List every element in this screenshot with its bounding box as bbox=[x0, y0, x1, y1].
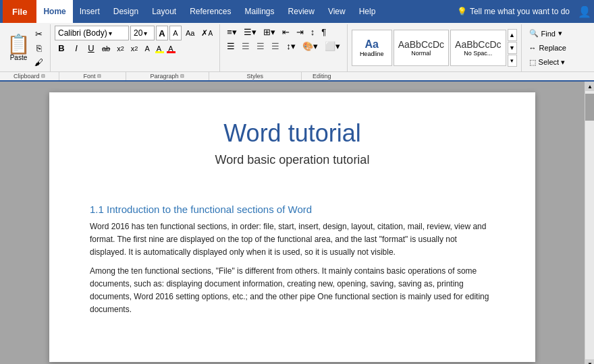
format-painter-button[interactable]: 🖌 bbox=[32, 56, 46, 69]
strikethrough-button[interactable]: ab bbox=[99, 43, 113, 54]
text-effects-button[interactable]: A bbox=[142, 43, 152, 54]
view-menu-item[interactable]: View bbox=[321, 0, 352, 23]
paste-button[interactable]: 📋 Paste bbox=[7, 35, 30, 61]
insert-menu-item[interactable]: Insert bbox=[73, 0, 107, 23]
bullets-button[interactable]: ≡▾ bbox=[224, 26, 240, 38]
clipboard-expand-icon: ⊟ bbox=[41, 73, 45, 79]
scroll-track[interactable] bbox=[585, 91, 594, 359]
select-button[interactable]: ⬚ Select ▾ bbox=[526, 56, 570, 69]
change-case-button[interactable]: Aa bbox=[183, 28, 197, 38]
clipboard-sub-group: ✂ ⎘ 🖌 bbox=[32, 28, 46, 69]
tell-me-text[interactable]: Tell me what you want to do bbox=[470, 7, 570, 16]
italic-button[interactable]: I bbox=[70, 42, 83, 55]
superscript-button[interactable]: x2 bbox=[128, 43, 141, 54]
mailings-menu-item[interactable]: Mailings bbox=[238, 0, 281, 23]
font-expand-icon: ⊟ bbox=[97, 73, 101, 79]
headline-aa: Aa bbox=[364, 38, 378, 51]
document-para-1: Word 2016 has ten functional sections, i… bbox=[90, 220, 495, 260]
scroll-up-button[interactable]: ▲ bbox=[585, 82, 594, 91]
indent-button[interactable]: ⇥ bbox=[294, 26, 306, 38]
underline-button[interactable]: U bbox=[84, 42, 98, 55]
find-dropdown-icon: ▾ bbox=[558, 29, 562, 38]
clipboard-group: 📋 Paste ✂ ⎘ 🖌 bbox=[3, 24, 51, 71]
user-icon[interactable]: 👤 bbox=[578, 5, 591, 18]
editing-inner: 🔍 Find ▾ ↔ Replace ⬚ Select ▾ bbox=[526, 26, 570, 70]
document-title: Word tutorial bbox=[90, 119, 495, 148]
section-1-heading: 1.1 Introduction to the functional secti… bbox=[90, 204, 495, 215]
styles-label[interactable]: Styles bbox=[209, 72, 302, 80]
highlight-color-bar bbox=[155, 51, 164, 53]
find-icon: 🔍 bbox=[529, 29, 539, 38]
styles-scroll: ▲ ▼ ▾ bbox=[508, 29, 517, 67]
ribbon-toolbar: 📋 Paste ✂ ⎘ 🖌 Calibri (Body) ▾ 20 bbox=[0, 23, 594, 82]
show-paragraph-button[interactable]: ¶ bbox=[319, 26, 329, 38]
editing-label[interactable]: Editing bbox=[302, 72, 342, 80]
groups-labels-row: Clipboard ⊟ Font ⊟ Paragraph ⊟ Styles Ed… bbox=[0, 71, 594, 80]
clear-format-button[interactable]: ✗A bbox=[198, 27, 215, 39]
tell-me-area[interactable]: 💡 Tell me what you want to do bbox=[457, 7, 570, 16]
styles-scroll-up[interactable]: ▲ bbox=[508, 29, 517, 41]
design-menu-item[interactable]: Design bbox=[107, 0, 145, 23]
normal-style-btn[interactable]: AaBbCcDc Normal bbox=[394, 30, 449, 66]
paragraph-label[interactable]: Paragraph ⊟ bbox=[126, 72, 209, 80]
styles-group: Aa Headline AaBbCcDc Normal AaBbCcDc No … bbox=[348, 24, 522, 71]
styles-expand[interactable]: ▾ bbox=[508, 55, 517, 67]
align-right-button[interactable]: ☰ bbox=[254, 40, 267, 53]
font-color-button[interactable]: A bbox=[165, 43, 176, 54]
layout-menu-item[interactable]: Layout bbox=[145, 0, 183, 23]
font-row-1: Calibri (Body) ▾ 20 ▾ A A Aa ✗A bbox=[55, 26, 215, 40]
page-wrapper[interactable]: Word tutorial Word basic operation tutor… bbox=[0, 82, 585, 364]
file-menu-btn[interactable]: File bbox=[3, 0, 36, 23]
paste-label: Paste bbox=[10, 54, 28, 61]
highlight-button[interactable]: A bbox=[154, 43, 164, 54]
scroll-thumb[interactable] bbox=[585, 94, 594, 121]
headline-style-btn[interactable]: Aa Headline bbox=[352, 30, 392, 66]
help-menu-item[interactable]: Help bbox=[352, 0, 383, 23]
vertical-scrollbar[interactable]: ▲ ▼ bbox=[585, 82, 594, 364]
select-icon: ⬚ bbox=[529, 58, 536, 67]
font-grow-button[interactable]: A bbox=[156, 26, 168, 40]
scroll-down-button[interactable]: ▼ bbox=[585, 359, 594, 364]
cut-button[interactable]: ✂ bbox=[32, 28, 46, 40]
align-center-button[interactable]: ☰ bbox=[239, 40, 252, 53]
editing-group: 🔍 Find ▾ ↔ Replace ⬚ Select ▾ bbox=[522, 24, 574, 71]
sort-button[interactable]: ↕ bbox=[308, 26, 318, 38]
font-row-2: B I U ab x2 x2 A A A bbox=[55, 42, 215, 55]
content-area: Word tutorial Word basic operation tutor… bbox=[0, 82, 594, 364]
no-spacing-style-btn[interactable]: AaBbCcDc No Spac... bbox=[450, 30, 506, 66]
replace-button[interactable]: ↔ Replace bbox=[526, 42, 570, 54]
justify-button[interactable]: ☰ bbox=[269, 40, 282, 53]
document-para-2: Among the ten functional sections, "File… bbox=[90, 265, 495, 317]
document-page[interactable]: Word tutorial Word basic operation tutor… bbox=[49, 92, 535, 362]
normal-label: Normal bbox=[411, 50, 431, 57]
borders-button[interactable]: ⬜▾ bbox=[322, 40, 343, 53]
lightbulb-icon: 💡 bbox=[457, 7, 467, 16]
font-label[interactable]: Font ⊟ bbox=[59, 72, 126, 80]
styles-scroll-down[interactable]: ▼ bbox=[508, 42, 517, 54]
multilevel-list-button[interactable]: ⊞▾ bbox=[261, 26, 278, 38]
para-row-1: ≡▾ ☰▾ ⊞▾ ⇤ ⇥ ↕ ¶ bbox=[224, 26, 343, 38]
copy-button[interactable]: ⎘ bbox=[32, 42, 46, 55]
outdent-button[interactable]: ⇤ bbox=[279, 26, 292, 38]
font-name-dropdown-icon[interactable]: ▾ bbox=[109, 30, 112, 37]
font-size-input[interactable]: 20 ▾ bbox=[130, 26, 155, 40]
find-button[interactable]: 🔍 Find ▾ bbox=[526, 27, 570, 40]
numbering-button[interactable]: ☰▾ bbox=[241, 26, 259, 38]
menu-bar: File Home Insert Design Layout Reference… bbox=[0, 0, 594, 23]
font-name-input[interactable]: Calibri (Body) ▾ bbox=[55, 26, 129, 40]
no-spacing-aa: AaBbCcDc bbox=[455, 39, 501, 50]
replace-icon: ↔ bbox=[529, 44, 537, 52]
font-shrink-button[interactable]: A bbox=[169, 26, 182, 40]
bold-button[interactable]: B bbox=[55, 42, 68, 55]
line-spacing-button[interactable]: ↕▾ bbox=[284, 40, 298, 53]
home-menu-item[interactable]: Home bbox=[36, 0, 72, 23]
align-left-button[interactable]: ☰ bbox=[224, 40, 238, 53]
paragraph-group: ≡▾ ☰▾ ⊞▾ ⇤ ⇥ ↕ ¶ ☰ ☰ ☰ ☰ ↕▾ 🎨▾ ⬜▾ bbox=[220, 24, 348, 71]
subscript-button[interactable]: x2 bbox=[114, 43, 127, 54]
references-menu-item[interactable]: References bbox=[183, 0, 238, 23]
clipboard-label[interactable]: Clipboard ⊟ bbox=[0, 72, 59, 80]
shading-button[interactable]: 🎨▾ bbox=[300, 40, 321, 53]
para-row-2: ☰ ☰ ☰ ☰ ↕▾ 🎨▾ ⬜▾ bbox=[224, 40, 343, 53]
review-menu-item[interactable]: Review bbox=[281, 0, 321, 23]
font-size-dropdown-icon[interactable]: ▾ bbox=[144, 30, 147, 37]
